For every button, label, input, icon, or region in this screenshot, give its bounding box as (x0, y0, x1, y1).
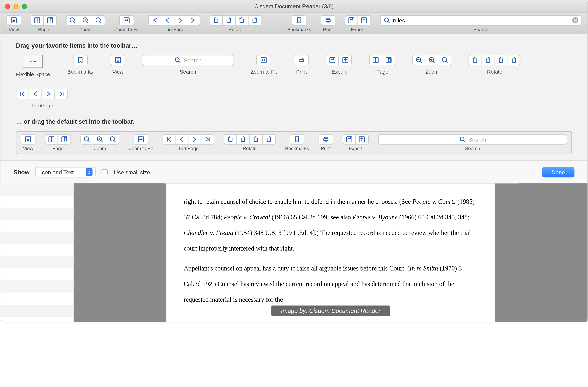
palette-turnpage[interactable]: TurnPage (16, 89, 68, 109)
titlebar: Cisdem Document Reader (3/8) (0, 0, 587, 12)
small-size-label: Use small size (114, 169, 150, 176)
share-icon (342, 57, 349, 64)
bookmarks-button[interactable] (292, 15, 307, 25)
zoom-out-button[interactable] (66, 15, 79, 25)
palette-flexible-space[interactable]: Flexible Space (16, 55, 50, 77)
thumbnail-sidebar[interactable] (0, 183, 74, 322)
done-button[interactable]: Done (542, 167, 574, 177)
zoom-to-fit-button[interactable] (119, 15, 134, 25)
main-toolbar: View Page Zoom Zoom to Fit (0, 13, 587, 34)
bookmark-icon (77, 57, 84, 64)
content-area: right to retain counsel of choice to ena… (0, 183, 587, 322)
toolbar-palette: Flexible Space Bookmarks View Search Sea… (16, 55, 572, 109)
drag-heading: Drag your favorite items into the toolba… (16, 42, 572, 49)
clear-search-button[interactable]: ✕ (572, 17, 578, 23)
search-icon (383, 17, 390, 24)
search-icon (174, 57, 181, 64)
palette-zoom-to-fit[interactable]: Zoom to Fit (251, 55, 277, 77)
palette-print[interactable]: Print (294, 55, 309, 77)
palette-export[interactable]: Export (326, 55, 352, 77)
palette-bookmarks[interactable]: Bookmarks (67, 55, 93, 77)
turnpage-label: TurnPage (164, 27, 184, 32)
rotate-all-right-button[interactable] (248, 15, 261, 25)
show-label: Show (14, 169, 30, 176)
page-single-button[interactable] (31, 15, 43, 25)
palette-page[interactable]: Page (369, 55, 395, 77)
rotate-right-button[interactable] (222, 15, 235, 25)
bookmarks-label: Bookmarks (287, 27, 311, 32)
window-title: Cisdem Document Reader (3/8) (0, 3, 587, 9)
customize-footer: Show Icon and Text ▴▾ Use small size Don… (0, 160, 587, 183)
palette-zoom[interactable]: Zoom (413, 55, 451, 77)
export-save-button[interactable] (345, 15, 358, 25)
rotate-all-left-button[interactable] (235, 15, 248, 25)
search-field[interactable]: ✕ (380, 15, 581, 25)
document-viewport[interactable]: right to retain counsel of choice to ena… (74, 183, 587, 322)
chevron-updown-icon: ▴▾ (86, 168, 93, 176)
palette-search[interactable]: Search Search (143, 55, 233, 77)
print-icon (298, 57, 305, 64)
rotate-label: Rotate (228, 27, 242, 32)
palette-rotate[interactable]: Rotate (469, 55, 521, 77)
print-button[interactable] (321, 15, 335, 25)
palette-view[interactable]: View (111, 55, 125, 77)
customize-toolbar-sheet: Drag your favorite items into the toolba… (0, 34, 587, 160)
zoom-in-button[interactable] (79, 15, 92, 25)
first-page-button[interactable] (148, 15, 161, 25)
default-heading: … or drag the default set into the toolb… (16, 118, 572, 125)
default-toolbar-set[interactable]: View Page Zoom Zoom to Fit TurnPage Rota… (16, 131, 572, 154)
view-icon (114, 57, 122, 64)
show-mode-select[interactable]: Icon and Text ▴▾ (36, 167, 96, 177)
export-label: Export (351, 27, 365, 32)
zoom-to-fit-label: Zoom to Fit (115, 27, 139, 32)
page-label: Page (38, 27, 49, 32)
rotate-left-button[interactable] (210, 15, 222, 25)
next-page-button[interactable] (174, 15, 187, 25)
save-icon (329, 57, 336, 64)
document-page: right to retain counsel of choice to ena… (167, 183, 495, 322)
view-button[interactable] (6, 15, 21, 25)
page-continuous-button[interactable] (43, 15, 57, 25)
zoom-label: Zoom (80, 27, 91, 32)
watermark-label: Image by: Cisdem Document Reader (272, 306, 390, 316)
zoom-actual-button[interactable] (92, 15, 105, 25)
zoom-to-fit-icon (260, 57, 267, 64)
search-label: Search (473, 27, 488, 32)
search-input[interactable] (393, 17, 570, 24)
app-window: Cisdem Document Reader (3/8) View Page Z… (0, 0, 588, 322)
flexible-space-icon (30, 58, 37, 65)
view-label: View (9, 27, 19, 32)
prev-page-button[interactable] (161, 15, 174, 25)
export-share-button[interactable] (358, 15, 371, 25)
print-label: Print (323, 27, 333, 32)
small-size-checkbox[interactable] (102, 169, 108, 175)
last-page-button[interactable] (187, 15, 200, 25)
